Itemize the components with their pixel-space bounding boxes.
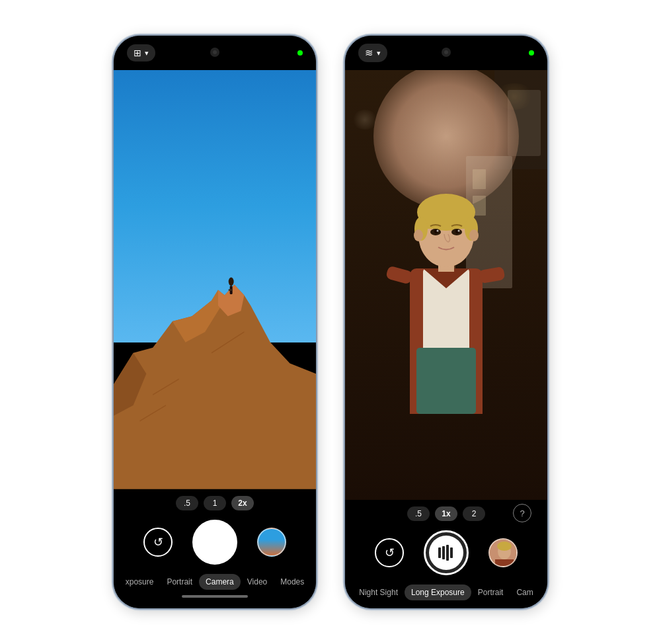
flip-icon-right: ↺ [385,545,395,560]
shutter-btn-right[interactable] [424,530,469,575]
svg-rect-41 [495,559,514,567]
mode-selector-right[interactable]: ≋ ▾ [358,44,387,62]
nightsight-mode-icon: ≋ [365,47,373,59]
bottom-controls-right: .5 1x 2 ? ↺ [345,500,547,608]
scene-portrait [345,70,547,500]
mode-selector-left[interactable]: ⊞ ▾ [127,44,155,61]
top-bar-right: ≋ ▾ [345,36,547,70]
svg-rect-11 [473,169,486,189]
svg-rect-36 [442,546,445,559]
svg-point-31 [414,229,423,241]
svg-point-32 [469,229,479,241]
help-icon: ? [513,504,531,522]
zoom-05-right[interactable]: .5 [407,506,430,521]
zoom-controls-left: .5 1 2x [114,489,316,516]
viewfinder-left[interactable] [114,70,316,489]
person-figure [345,70,547,500]
flip-camera-btn-right[interactable]: ↺ [375,538,404,567]
svg-point-30 [458,230,460,232]
viewfinder-right[interactable] [345,70,547,500]
top-bar-left: ⊞ ▾ [114,36,316,70]
mode-portrait-left[interactable]: Portrait [160,574,199,590]
mode-longexposure-right[interactable]: Long Exposure [405,584,471,600]
thumbnail-right[interactable] [488,538,518,567]
mode-cam-right[interactable]: Cam [510,584,539,600]
mode-modes-left[interactable]: Modes [274,574,311,590]
flip-icon-left: ↺ [153,535,163,549]
svg-rect-38 [450,547,453,558]
svg-rect-37 [446,545,449,561]
zoom-05-left[interactable]: .5 [176,496,198,510]
zoom-controls-right: .5 1x 2 [407,506,485,521]
zoom-row-right: .5 1x 2 ? [345,500,547,526]
svg-rect-18 [416,348,476,414]
shutter-row-right: ↺ [345,526,547,579]
modes-strip-right: Night Sight Long Exposure Portrait Cam [345,579,547,603]
status-indicator-left [297,50,303,56]
bottom-controls-left: .5 1 2x ↺ xposure Portrait Camera Video … [114,489,316,608]
flip-camera-btn-left[interactable]: ↺ [143,528,173,557]
longexp-shutter-inner [429,536,463,570]
phone-right: ≋ ▾ [344,34,549,610]
zoom-2x-left[interactable]: 2x [231,496,254,510]
thumbnail-left[interactable] [257,528,286,557]
svg-point-42 [497,542,512,551]
front-camera-right [442,48,451,57]
shutter-btn-left[interactable] [192,520,237,565]
home-indicator-left [182,595,248,598]
status-indicator-right [529,50,534,56]
front-camera-left [210,48,219,57]
mode-label-left: ▾ [145,49,149,58]
svg-point-29 [437,230,439,232]
zoom-1-left[interactable]: 1 [204,496,226,510]
rock-formation [114,259,316,489]
mode-exposure-left[interactable]: xposure [119,574,161,590]
mode-nightsight-right[interactable]: Night Sight [352,584,405,600]
svg-rect-35 [438,547,441,558]
svg-point-4 [229,278,234,286]
mode-camera-left[interactable]: Camera [199,574,241,590]
longexp-icon-svg [437,543,455,562]
thumbnail-preview-right [490,540,518,567]
modes-strip-left: xposure Portrait Camera Video Modes [114,569,316,592]
zoom-1x-right[interactable]: 1x [435,506,457,521]
mode-label-right: ▾ [377,49,381,58]
svg-rect-33 [385,265,413,284]
mode-video-left[interactable]: Video [241,574,274,590]
zoom-2-right[interactable]: 2 [463,506,485,521]
scene-landscape [114,70,316,489]
camera-mode-icon: ⊞ [134,48,141,58]
portrait-svg [380,156,512,414]
shutter-row-left: ↺ [114,516,316,569]
phone-left: ⊞ ▾ [112,34,317,610]
mode-portrait-right[interactable]: Portrait [471,584,510,600]
help-btn-right[interactable]: ? [513,504,538,522]
